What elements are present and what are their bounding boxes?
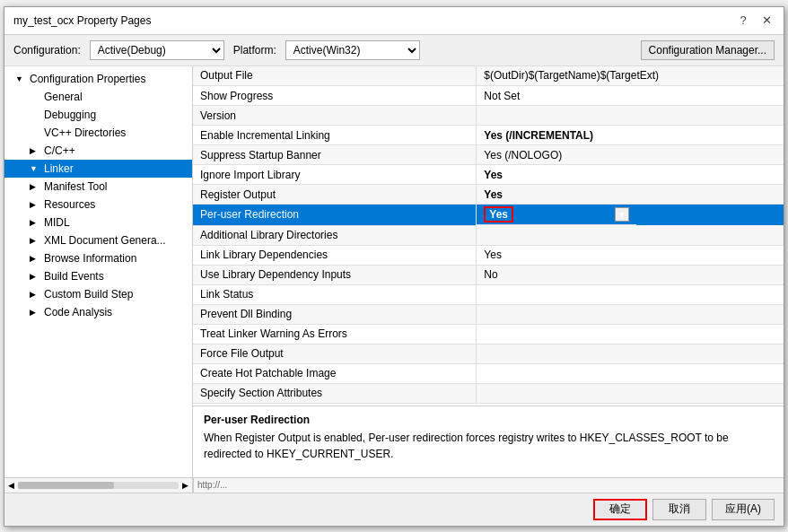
- property-name: Prevent Dll Binding: [193, 304, 477, 324]
- sidebar-item-label: Manifest Tool: [44, 180, 107, 193]
- info-panel: Per-user Redirection When Register Outpu…: [193, 406, 784, 477]
- arrow-icon: ▼: [15, 74, 26, 83]
- sidebar-item-label: C/C++: [44, 144, 75, 157]
- scroll-track: [18, 482, 179, 489]
- table-row[interactable]: Suppress Startup BannerYes (/NOLOGO): [193, 145, 784, 165]
- arrow-icon: ▶: [30, 236, 40, 245]
- property-name: Per-user Redirection: [193, 205, 477, 226]
- scroll-thumb: [18, 482, 114, 489]
- title-bar: my_test_ocx Property Pages ? ✕: [4, 7, 784, 35]
- property-value: Yes: [477, 245, 784, 265]
- table-row[interactable]: Link Library DependenciesYes: [193, 245, 784, 265]
- sidebar: ▼Configuration PropertiesGeneralDebuggin…: [4, 66, 193, 477]
- sidebar-item-debugging[interactable]: Debugging: [4, 106, 192, 124]
- sidebar-item-label: Code Analysis: [44, 306, 112, 318]
- arrow-icon: ▶: [30, 254, 40, 263]
- status-bar: http://...: [193, 478, 784, 493]
- platform-select[interactable]: Active(Win32): [285, 40, 420, 60]
- info-description: When Register Output is enabled, Per-use…: [204, 430, 773, 462]
- right-panel: Output File$(OutDir)$(TargetName)$(Targe…: [193, 66, 784, 477]
- yes-value: Yes: [484, 206, 513, 222]
- property-value: Yes (/INCREMENTAL): [477, 126, 784, 145]
- property-name: Link Library Dependencies: [193, 245, 477, 265]
- sidebar-item-config-props[interactable]: ▼Configuration Properties: [4, 70, 192, 88]
- help-button[interactable]: ?: [735, 13, 751, 29]
- config-select[interactable]: Active(Debug): [90, 40, 224, 60]
- config-manager-button[interactable]: Configuration Manager...: [641, 40, 775, 60]
- table-row[interactable]: Show ProgressNot Set: [193, 86, 784, 106]
- table-row[interactable]: Specify Section Attributes: [193, 383, 784, 403]
- cancel-button[interactable]: 取消: [652, 499, 706, 520]
- table-row[interactable]: Per-user RedirectionYes▼: [193, 205, 784, 226]
- sidebar-item-label: Configuration Properties: [30, 73, 145, 85]
- property-name: Show Progress: [193, 86, 477, 106]
- table-row[interactable]: Output File$(OutDir)$(TargetName)$(Targe…: [193, 66, 784, 86]
- property-name: Suppress Startup Banner: [193, 145, 477, 165]
- sidebar-item-build-events[interactable]: ▶Build Events: [4, 267, 192, 285]
- sidebar-item-browse-info[interactable]: ▶Browse Information: [4, 249, 192, 267]
- arrow-icon: ▼: [30, 164, 40, 173]
- property-name: Use Library Dependency Inputs: [193, 265, 477, 284]
- sidebar-item-resources[interactable]: ▶Resources: [4, 196, 192, 214]
- properties-table: Output File$(OutDir)$(TargetName)$(Targe…: [193, 66, 784, 406]
- table-row[interactable]: Link Status: [193, 284, 784, 304]
- property-pages-dialog: my_test_ocx Property Pages ? ✕ Configura…: [4, 6, 784, 527]
- property-value: Yes: [477, 165, 784, 185]
- sidebar-item-label: Linker: [44, 162, 74, 175]
- sidebar-item-code-analysis[interactable]: ▶Code Analysis: [4, 303, 192, 321]
- arrow-icon: ▶: [30, 200, 40, 209]
- table-row[interactable]: Use Library Dependency InputsNo: [193, 265, 784, 284]
- table-row[interactable]: Create Hot Patchable Image: [193, 363, 784, 383]
- sidebar-item-midl[interactable]: ▶MIDL: [4, 214, 192, 231]
- property-name: Register Output: [193, 185, 477, 205]
- sidebar-item-manifest-tool[interactable]: ▶Manifest Tool: [4, 178, 192, 196]
- table-row[interactable]: Enable Incremental LinkingYes (/INCREMEN…: [193, 126, 784, 145]
- arrow-icon: ▶: [30, 182, 40, 191]
- table-row[interactable]: Force File Output: [193, 344, 784, 363]
- sidebar-item-label: Resources: [44, 198, 95, 211]
- ok-button[interactable]: 确定: [593, 499, 647, 520]
- config-row: Configuration: Active(Debug) Platform: A…: [4, 35, 784, 66]
- table-row[interactable]: Register OutputYes: [193, 185, 784, 205]
- property-name: Link Status: [193, 284, 477, 304]
- sidebar-item-label: Browse Information: [44, 252, 136, 265]
- sidebar-item-label: General: [44, 91, 83, 103]
- property-name: Ignore Import Library: [193, 165, 477, 185]
- arrow-icon: ▶: [30, 218, 40, 227]
- sidebar-item-label: VC++ Directories: [44, 126, 126, 139]
- sidebar-item-custom-build[interactable]: ▶Custom Build Step: [4, 285, 192, 303]
- sidebar-item-vc-dirs[interactable]: VC++ Directories: [4, 124, 192, 142]
- property-value: Yes: [477, 185, 784, 205]
- sidebar-item-linker[interactable]: ▼Linker: [4, 160, 192, 178]
- sidebar-scrollbar[interactable]: ◀ ▶: [4, 478, 193, 493]
- property-name: Force File Output: [193, 344, 477, 363]
- table-row[interactable]: Version: [193, 106, 784, 126]
- sidebar-item-general[interactable]: General: [4, 88, 192, 106]
- sidebar-item-xml-doc[interactable]: ▶XML Document Genera...: [4, 231, 192, 249]
- apply-button[interactable]: 应用(A): [712, 499, 775, 520]
- property-name: Create Hot Patchable Image: [193, 363, 477, 383]
- sidebar-item-c-cpp[interactable]: ▶C/C++: [4, 142, 192, 160]
- property-value: [477, 363, 784, 383]
- sidebar-item-label: Custom Build Step: [44, 288, 133, 301]
- property-name: Specify Section Attributes: [193, 383, 477, 403]
- sidebar-item-label: XML Document Genera...: [44, 234, 166, 247]
- bottom-bar: 确定 取消 应用(A): [4, 493, 784, 526]
- property-value: No: [477, 265, 784, 284]
- property-name: Output File: [193, 66, 477, 86]
- sidebar-item-label: Debugging: [44, 109, 96, 121]
- table-row[interactable]: Treat Linker Warning As Errors: [193, 324, 784, 344]
- table-row[interactable]: Prevent Dll Binding: [193, 304, 784, 324]
- table-row[interactable]: Additional Library Directories: [193, 225, 784, 245]
- close-button[interactable]: ✕: [758, 13, 775, 29]
- property-value: [477, 106, 784, 126]
- title-bar-buttons: ? ✕: [735, 13, 775, 29]
- property-value: [477, 225, 784, 245]
- table-row[interactable]: Ignore Import LibraryYes: [193, 165, 784, 185]
- dropdown-arrow-icon[interactable]: ▼: [615, 207, 629, 222]
- arrow-icon: ▶: [30, 290, 40, 299]
- dialog-title: my_test_ocx Property Pages: [13, 14, 151, 27]
- property-value[interactable]: Yes▼: [477, 205, 636, 225]
- arrow-icon: ▶: [30, 308, 40, 317]
- info-title: Per-user Redirection: [204, 414, 773, 426]
